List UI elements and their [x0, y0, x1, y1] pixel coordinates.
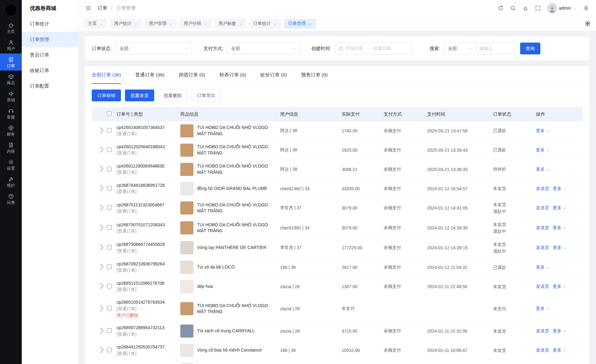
order-type-tag: [普通订单] — [117, 267, 180, 274]
toolbar-button[interactable]: 批量发货 — [125, 90, 154, 101]
order-type-tag: [普通订单] — [117, 228, 180, 234]
service-icon — [8, 108, 14, 114]
order-type-tab[interactable]: 预售订单 (0) — [301, 66, 328, 84]
toolbar-button[interactable]: 订单核销 — [92, 90, 121, 101]
ship-action-link[interactable]: 发送货 — [536, 225, 549, 231]
breadcrumb-order[interactable]: 订单 — [98, 5, 107, 11]
page-tab[interactable]: 用户统计 — [110, 19, 142, 28]
row-checkbox[interactable] — [107, 328, 112, 333]
date-range-picker[interactable]: 开始日期 - 结束日期 — [335, 43, 412, 54]
more-action-link[interactable]: 更多 — [553, 348, 566, 353]
more-action-link[interactable]: 更多 — [553, 186, 566, 191]
order-status-cell: 未发货退款中 — [493, 241, 536, 255]
order-type-tab[interactable]: 秒杀订单 (0) — [219, 66, 246, 84]
rail-item-goods[interactable]: 商品 — [0, 71, 22, 88]
status-line: 未发货 — [493, 221, 536, 228]
fullscreen-icon[interactable] — [535, 5, 541, 11]
page-tab[interactable]: 订单统计 — [249, 19, 281, 28]
order-status-cell: 未发货 — [493, 347, 536, 354]
row-checkbox[interactable] — [107, 306, 112, 311]
page-tab[interactable]: 主页 — [84, 19, 107, 28]
row-checkbox[interactable] — [107, 128, 112, 133]
page-tab[interactable]: 用户标签 — [215, 19, 246, 28]
row-checkbox[interactable] — [107, 225, 112, 230]
side-menu-item[interactable]: 收银订单 — [22, 63, 78, 78]
rail-item-maintain[interactable]: 维护 — [0, 173, 22, 190]
row-checkbox[interactable] — [107, 245, 112, 250]
action-label: 发送货 — [536, 186, 549, 191]
page-tab[interactable]: 订单管理 — [284, 19, 316, 28]
more-action-link[interactable]: 更多 — [536, 147, 550, 153]
rail-item-service[interactable]: 客服 — [0, 105, 22, 122]
more-action-link[interactable]: 更多 — [553, 245, 566, 251]
select-all-checkbox[interactable] — [107, 111, 112, 116]
search-scope-select[interactable]: 全部 — [444, 43, 476, 54]
more-action-link[interactable]: 更多 — [536, 167, 550, 172]
notification-bell-icon[interactable] — [522, 5, 529, 11]
rail-item-home[interactable]: 主页 — [0, 19, 22, 36]
actions-cell: 发送货更多 — [536, 225, 583, 231]
order-type-tag: [普通订单] — [117, 306, 180, 312]
row-checkbox[interactable] — [107, 147, 112, 152]
page-tab[interactable]: 用户管理 — [145, 19, 177, 28]
rail-item-marketing[interactable]: 营销 — [0, 88, 22, 105]
search-input[interactable] — [476, 43, 516, 54]
rail-item-user[interactable]: 用户 — [0, 36, 22, 53]
chevron-down-icon — [184, 47, 188, 50]
page-tab[interactable]: 用户分组 — [180, 19, 211, 28]
more-action-link[interactable]: 更多 — [536, 128, 550, 134]
rail-item-order[interactable]: 订单 — [0, 53, 22, 71]
more-action-link[interactable]: 更多 — [536, 265, 550, 270]
tab-grid-icon[interactable] — [585, 21, 590, 26]
ship-action-link[interactable]: 发送货 — [536, 205, 549, 211]
chevron-down-icon — [546, 307, 550, 311]
ship-action-link[interactable]: 发送货 — [536, 284, 549, 289]
search-label: 搜索: — [430, 46, 440, 52]
pay-method-select[interactable]: 全部 — [227, 43, 300, 54]
row-checkbox[interactable] — [107, 186, 112, 191]
side-menu-item[interactable]: 订单配置 — [22, 78, 78, 94]
pay-method-cell: 余额支付 — [384, 225, 427, 231]
side-menu-item[interactable]: 订单统计 — [22, 16, 78, 32]
rail-item-content[interactable]: 内容 — [0, 139, 22, 156]
order-type-tab[interactable]: 砍价订单 (0) — [260, 66, 287, 84]
more-action-link[interactable]: 更多 — [553, 328, 566, 334]
ship-action-link[interactable]: 发送货 — [536, 328, 549, 334]
col-time: 支付时间 — [427, 111, 493, 117]
more-action-link[interactable]: 更多 — [553, 205, 566, 211]
row-expand-cell — [92, 303, 103, 315]
toolbar-button[interactable]: 订单导出 — [192, 90, 221, 101]
rail-item-label: 营销 — [7, 98, 15, 102]
settings-gear-icon[interactable] — [583, 5, 589, 11]
ship-action-link[interactable]: 发送货 — [536, 245, 549, 251]
action-label: 发送货 — [536, 328, 549, 334]
user-menu[interactable]: admin — [547, 3, 577, 13]
row-select-cell — [103, 328, 117, 334]
product-photo — [180, 280, 193, 293]
more-action-link[interactable]: 更多 — [553, 225, 566, 231]
order-status-select[interactable]: 全部 — [115, 43, 192, 54]
hamburger-icon[interactable] — [85, 5, 91, 11]
query-button[interactable]: 查询 — [520, 43, 540, 54]
order-type-tab[interactable]: 普通订单 (36) — [135, 66, 164, 84]
ship-action-link[interactable]: 发送货 — [536, 348, 549, 353]
order-type-tab[interactable]: 全部订单 (36) — [92, 66, 121, 84]
rail-item-survey[interactable]: 问卷 — [0, 190, 22, 207]
rail-item-finance[interactable]: 财务 — [0, 122, 22, 139]
side-menu-item[interactable]: 售后订单 — [22, 47, 78, 63]
toolbar-button[interactable]: 批量删除 — [158, 90, 187, 101]
more-action-link[interactable]: 更多 — [536, 306, 550, 311]
refresh-icon[interactable] — [497, 5, 504, 11]
row-checkbox[interactable] — [107, 348, 112, 352]
row-checkbox[interactable] — [107, 265, 112, 269]
search-icon[interactable] — [510, 5, 516, 11]
more-action-link[interactable]: 更多 — [553, 284, 566, 289]
order-number: cp268510514278763534 — [117, 299, 180, 305]
rail-item-settings[interactable]: 设置 — [0, 156, 22, 173]
order-type-tab[interactable]: 拼团订单 (0) — [179, 66, 205, 84]
side-menu-item[interactable]: 订单管理 — [22, 32, 78, 47]
row-checkbox[interactable] — [107, 167, 112, 171]
row-checkbox[interactable] — [107, 284, 112, 288]
ship-action-link[interactable]: 发送货 — [536, 186, 549, 191]
row-checkbox[interactable] — [107, 205, 112, 210]
